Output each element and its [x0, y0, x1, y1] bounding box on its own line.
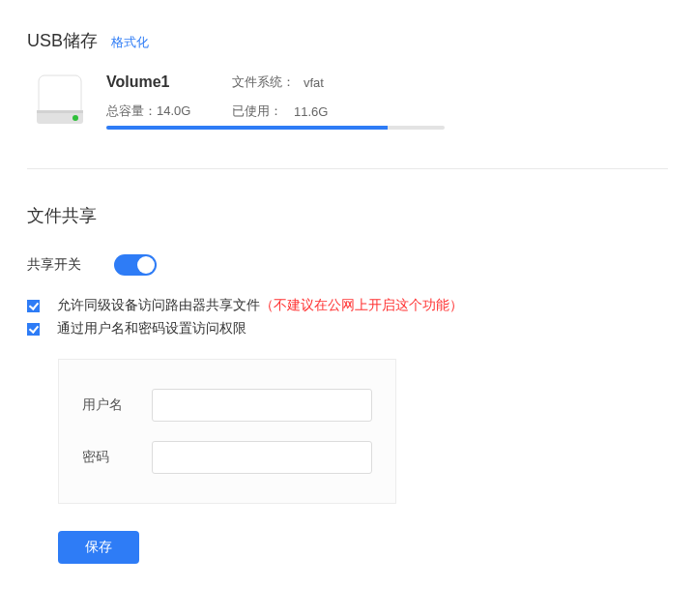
password-label: 密码	[82, 449, 152, 466]
opt-same-level-text: 允许同级设备访问路由器共享文件	[57, 297, 260, 312]
password-input[interactable]	[152, 441, 372, 474]
filesystem-value: vfat	[304, 75, 324, 90]
save-button[interactable]: 保存	[58, 531, 139, 564]
username-label: 用户名	[82, 396, 152, 414]
share-switch-toggle[interactable]	[114, 254, 157, 276]
share-title: 文件共享	[27, 204, 97, 227]
checkbox-same-level[interactable]	[27, 300, 40, 312]
volume-info: Volume1 文件系统： vfat 总容量：14.0G 已使用： 11.6G	[106, 73, 668, 130]
svg-rect-0	[39, 75, 81, 116]
capacity-label: 总容量：	[106, 103, 157, 118]
checkbox-auth-label: 通过用户名和密码设置访问权限	[57, 320, 246, 337]
svg-point-3	[72, 115, 78, 121]
usage-progress-fill	[106, 126, 388, 130]
storage-volume-row: Volume1 文件系统： vfat 总容量：14.0G 已使用： 11.6G	[27, 73, 668, 130]
svg-rect-2	[37, 110, 83, 113]
storage-title: USB储存	[27, 29, 98, 52]
checkbox-auth[interactable]	[27, 323, 40, 336]
capacity-value: 14.0G	[157, 103, 190, 118]
storage-header: USB储存 格式化	[27, 29, 668, 52]
credentials-panel: 用户名 密码	[58, 359, 396, 504]
checkbox-same-level-label: 允许同级设备访问路由器共享文件（不建议在公网上开启这个功能）	[57, 297, 463, 314]
username-input[interactable]	[152, 389, 372, 422]
disk-icon	[33, 73, 87, 128]
share-switch-label: 共享开关	[27, 256, 114, 274]
filesystem-label: 文件系统：	[232, 73, 304, 91]
usage-progress	[106, 126, 445, 130]
used-label: 已使用：	[232, 103, 294, 120]
opt-same-level-warn: （不建议在公网上开启这个功能）	[260, 297, 463, 312]
used-value: 11.6G	[294, 104, 328, 119]
volume-name: Volume1	[106, 73, 232, 91]
format-link[interactable]: 格式化	[111, 35, 149, 49]
section-divider	[27, 168, 668, 169]
